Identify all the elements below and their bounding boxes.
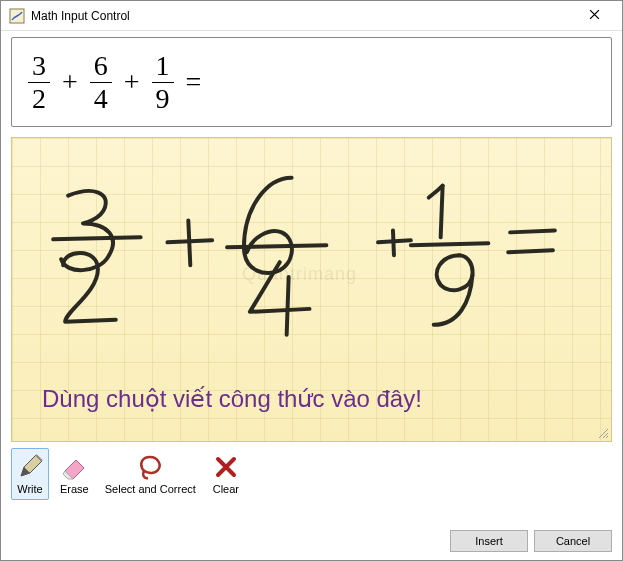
fraction-3-denominator: 9	[152, 82, 174, 113]
clear-label: Clear	[213, 483, 239, 495]
canvas-caption: Dùng chuột viết công thức vào đây!	[42, 385, 422, 413]
erase-label: Erase	[60, 483, 89, 495]
ink-canvas[interactable]: Quantrimang	[11, 137, 612, 442]
plus-operator: +	[124, 66, 140, 98]
eraser-icon	[60, 453, 88, 481]
fraction-3-numerator: 1	[152, 52, 174, 82]
lasso-icon	[136, 453, 164, 481]
math-output-box: 3 2 + 6 4 + 1 9 =	[11, 37, 612, 127]
footer-buttons: Insert Cancel	[450, 530, 612, 552]
clear-button[interactable]: Clear	[207, 448, 245, 500]
toolbar: Write Erase Select and Correct Clear	[11, 448, 612, 500]
fraction-1-denominator: 2	[28, 82, 50, 113]
fraction-2: 6 4	[90, 52, 112, 113]
fraction-1-numerator: 3	[28, 52, 50, 82]
app-icon	[9, 8, 25, 24]
close-icon	[589, 9, 600, 23]
window-title: Math Input Control	[31, 9, 574, 23]
insert-button[interactable]: Insert	[450, 530, 528, 552]
content: 3 2 + 6 4 + 1 9 = Quantrimang	[1, 31, 622, 510]
select-correct-button[interactable]: Select and Correct	[100, 448, 201, 500]
math-expression: 3 2 + 6 4 + 1 9 =	[24, 52, 209, 113]
write-label: Write	[17, 483, 42, 495]
clear-icon	[212, 453, 240, 481]
write-button[interactable]: Write	[11, 448, 49, 500]
fraction-2-denominator: 4	[90, 82, 112, 113]
cancel-button[interactable]: Cancel	[534, 530, 612, 552]
resize-handle[interactable]	[597, 427, 609, 439]
math-input-window: Math Input Control 3 2 + 6 4 + 1	[0, 0, 623, 561]
select-correct-label: Select and Correct	[105, 483, 196, 495]
close-button[interactable]	[574, 2, 614, 30]
fraction-1: 3 2	[28, 52, 50, 113]
titlebar: Math Input Control	[1, 1, 622, 31]
equals-sign: =	[186, 66, 202, 98]
plus-operator: +	[62, 66, 78, 98]
erase-button[interactable]: Erase	[55, 448, 94, 500]
fraction-3: 1 9	[152, 52, 174, 113]
pencil-icon	[16, 453, 44, 481]
svg-line-3	[606, 436, 608, 438]
fraction-2-numerator: 6	[90, 52, 112, 82]
